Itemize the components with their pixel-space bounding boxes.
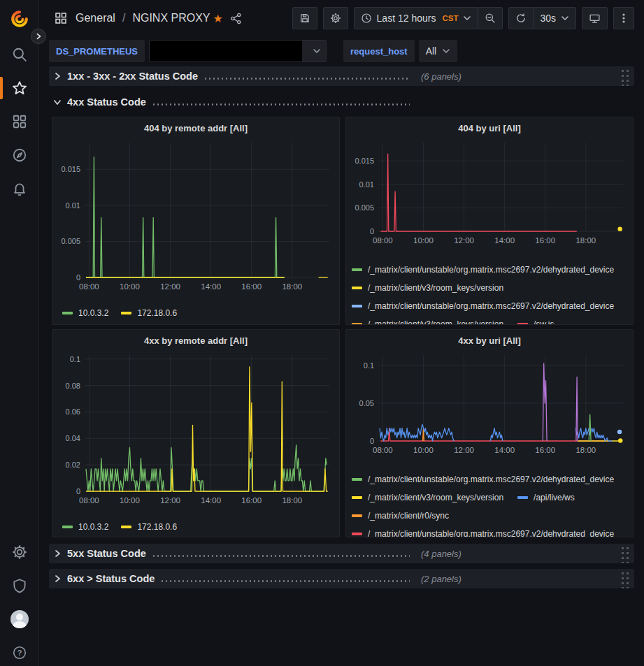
zoom-out-time-button[interactable]	[478, 7, 503, 29]
svg-text:0: 0	[370, 227, 374, 236]
legend-row: /_matrix/client/r0/sync	[352, 511, 627, 521]
row-header-6xx[interactable]: 6xx > Status Code (2 panels)	[49, 569, 634, 588]
alerting-bell-icon[interactable]	[10, 179, 29, 198]
favorite-star-icon[interactable]: ★	[213, 12, 223, 25]
legend-item[interactable]: /_matrix/client/r0/sync	[352, 511, 449, 521]
svg-text:0.01: 0.01	[66, 201, 80, 210]
row-drag-handle[interactable]	[620, 570, 629, 588]
svg-text:10:00: 10:00	[413, 236, 434, 245]
legend-item[interactable]: /_matrix/client/unstable/org.matrix.msc2…	[352, 265, 614, 275]
svg-text:12:00: 12:00	[160, 282, 180, 291]
svg-text:0.015: 0.015	[61, 165, 80, 173]
svg-text:10:00: 10:00	[120, 282, 140, 291]
panel-title[interactable]: 4xx by remote addr [All]	[58, 334, 334, 349]
variable-dropdown-request-host[interactable]: All	[419, 40, 458, 62]
legend-item[interactable]: 172.18.0.6	[121, 308, 177, 318]
dashboards-icon[interactable]	[10, 112, 29, 131]
legend-item[interactable]: /_matrix/client/v3/room_keys/version	[352, 493, 503, 502]
legend-item[interactable]: /_matrix/client/unstable/org.matrix.msc2…	[352, 301, 614, 311]
chart-canvas: 08:0010:0012:0014:0016:0018:0000.050.1	[352, 349, 629, 461]
breadcrumb-dashboard-title[interactable]: NGINX PROXY	[132, 12, 210, 24]
row-header-4xx[interactable]: 4xx Status Code	[49, 92, 634, 112]
svg-text:18:00: 18:00	[282, 282, 302, 291]
svg-text:18:00: 18:00	[282, 496, 302, 505]
svg-text:12:00: 12:00	[454, 446, 474, 454]
variable-label-request-host: request_host	[343, 40, 415, 62]
chevron-right-icon	[53, 549, 62, 558]
svg-text:08:00: 08:00	[373, 236, 393, 245]
dashboard-grid-icon[interactable]	[55, 12, 67, 24]
row-header-5xx[interactable]: 5xx Status Code (4 panels)	[49, 544, 634, 563]
row-panel-count: (4 panels)	[421, 549, 461, 559]
legend-row: /_matrix/client/unstable/org.matrix.msc2…	[352, 301, 627, 311]
time-range-picker[interactable]: Last 12 hours CST	[354, 7, 479, 29]
legend-item[interactable]: /_matrix/client/unstable/org.matrix.msc2…	[352, 475, 614, 484]
redacted-value	[150, 41, 302, 61]
share-icon[interactable]	[230, 13, 242, 24]
svg-text:12:00: 12:00	[454, 236, 474, 245]
chevron-down-icon	[308, 47, 326, 55]
panel-4xx-by-remote-addr: 4xx by remote addr [All] 08:0010:0012:00…	[52, 329, 340, 537]
legend-item[interactable]: /_matrix/client/v3/room_keys/version	[352, 283, 503, 293]
panel-404-by-uri: 404 by uri [All] 08:0010:0012:0014:0016:…	[345, 117, 634, 325]
svg-text:16:00: 16:00	[241, 282, 262, 291]
variable-label-ds-prometheus: DS_PROMETHEUS	[49, 40, 145, 62]
legend-row: /_matrix/client/v3/room_keys/version	[352, 283, 627, 293]
svg-text:14:00: 14:00	[494, 446, 515, 454]
preferences-gear-icon[interactable]	[10, 542, 29, 562]
legend-item[interactable]: /_matrix/client/unstable/org.matrix.msc2…	[352, 529, 614, 537]
starred-dashboards-icon[interactable]	[10, 78, 29, 98]
svg-text:16:00: 16:00	[535, 446, 555, 454]
admin-shield-icon[interactable]	[10, 576, 29, 595]
breadcrumb-folder[interactable]: General	[76, 12, 115, 24]
gear-icon	[330, 13, 341, 24]
active-section-indicator	[0, 77, 3, 99]
explore-compass-icon[interactable]	[10, 145, 29, 165]
legend-item[interactable]: 10.0.3.2	[62, 308, 108, 318]
panel-legend: /_matrix/client/unstable/org.matrix.msc2…	[352, 265, 627, 325]
svg-text:?: ?	[17, 649, 22, 657]
legend-row: /_matrix/client/unstable/org.matrix.msc2…	[352, 265, 627, 275]
row-title: 1xx - 3xx - 2xx Status Code	[67, 71, 198, 82]
save-icon	[299, 13, 310, 24]
legend-item[interactable]: 172.18.0.6	[121, 522, 177, 532]
svg-text:10:00: 10:00	[120, 496, 140, 505]
legend-item[interactable]: /sw.js	[517, 319, 554, 325]
row-drag-handle[interactable]	[620, 67, 629, 86]
svg-text:0.05: 0.05	[359, 399, 374, 407]
dashboard-settings-button[interactable]	[323, 7, 348, 29]
more-options-button[interactable]	[613, 7, 634, 29]
tv-mode-button[interactable]	[582, 7, 608, 29]
panel-title[interactable]: 4xx by uri [All]	[352, 334, 627, 349]
chart-canvas: 08:0010:0012:0014:0016:0018:0000.0050.01…	[352, 137, 629, 251]
chart-canvas: 08:0010:0012:0014:0016:0018:0000.020.040…	[58, 349, 335, 511]
panel-legend: 10.0.3.2172.18.0.6	[58, 522, 334, 532]
sidebar-expand-button[interactable]	[31, 29, 46, 44]
search-icon[interactable]	[10, 45, 29, 64]
row-header-1xx-3xx-2xx[interactable]: 1xx - 3xx - 2xx Status Code (6 panels)	[49, 66, 634, 86]
legend-item[interactable]: /api/live/ws	[517, 493, 575, 502]
grafana-logo[interactable]	[10, 9, 29, 29]
dotted-leader	[203, 78, 410, 80]
zoom-out-icon	[485, 13, 496, 24]
user-avatar[interactable]	[10, 609, 29, 629]
svg-text:0.005: 0.005	[61, 237, 80, 245]
row-drag-handle[interactable]	[620, 544, 629, 563]
panel-404-by-remote-addr: 404 by remote addr [All] 08:0010:0012:00…	[52, 117, 340, 325]
panel-title[interactable]: 404 by uri [All]	[352, 122, 627, 137]
chevron-right-icon	[53, 574, 62, 583]
breadcrumb-separator: /	[122, 12, 125, 24]
legend-item[interactable]: /_matrix/client/v3/room_keys/version	[352, 319, 503, 325]
svg-text:0.005: 0.005	[355, 203, 374, 212]
refresh-button[interactable]	[508, 7, 534, 29]
legend-item[interactable]: 10.0.3.2	[62, 522, 108, 532]
variable-dropdown-ds-prometheus[interactable]	[149, 40, 327, 62]
svg-text:10:00: 10:00	[413, 446, 434, 454]
kebab-menu-icon	[619, 13, 629, 24]
save-dashboard-button[interactable]	[292, 7, 317, 29]
help-icon[interactable]: ?	[10, 643, 29, 663]
svg-text:0.01: 0.01	[359, 180, 374, 189]
time-range-label: Last 12 hours	[377, 13, 436, 24]
refresh-interval-picker[interactable]: 30s	[533, 7, 576, 29]
panel-title[interactable]: 404 by remote addr [All]	[58, 122, 334, 137]
